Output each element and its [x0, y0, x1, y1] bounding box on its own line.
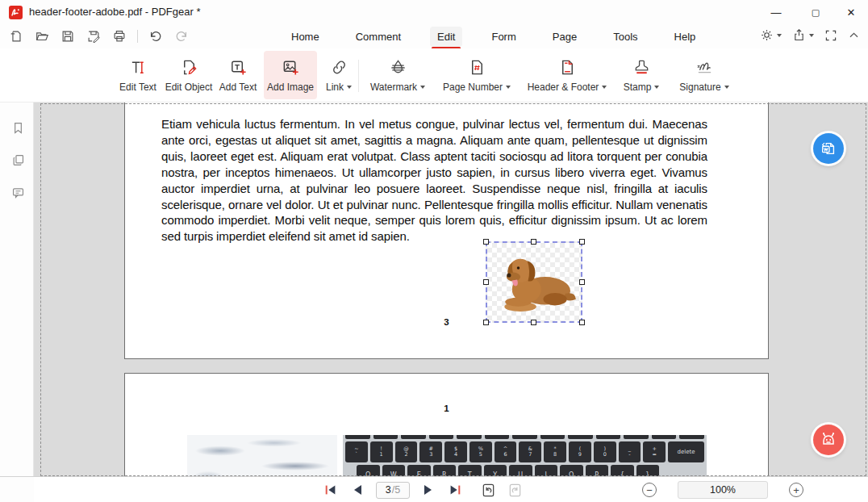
edit-ribbon: Edit Text Edit Object Add Text Add Image	[0, 48, 868, 102]
print-button[interactable]	[110, 27, 129, 46]
watermark-tool[interactable]: Watermark	[365, 51, 431, 99]
save-button[interactable]	[58, 27, 77, 46]
chevron-down-icon	[602, 86, 607, 89]
chevron-down-icon	[724, 86, 729, 89]
keyboard-key: *8	[544, 441, 566, 462]
selection-handle[interactable]	[579, 239, 585, 245]
page-thumbnails-panel-button[interactable]	[10, 152, 26, 168]
redo-button[interactable]	[172, 27, 191, 46]
selection-handle[interactable]	[483, 279, 489, 285]
selection-handle[interactable]	[483, 320, 489, 325]
previous-view-button[interactable]	[480, 482, 496, 498]
add-image-tool[interactable]: Add Image	[264, 51, 317, 99]
zoom-out-button[interactable]: −	[642, 483, 657, 497]
keyboard-key: +=	[643, 441, 666, 462]
pdf-page-3[interactable]: Etiam vehicula luctus fermentum. In vel …	[124, 102, 769, 359]
copilot-robot-fab[interactable]	[813, 425, 844, 455]
keyboard-function-key	[568, 435, 593, 439]
keyboard-function-key	[429, 435, 454, 439]
bookmarks-panel-button[interactable]	[10, 119, 26, 136]
current-page: 3	[386, 484, 391, 496]
selected-image-object[interactable]	[483, 239, 585, 325]
save-as-button[interactable]	[84, 27, 103, 46]
selection-handle[interactable]	[531, 320, 536, 325]
keyboard-function-row	[345, 435, 704, 439]
keyboard-key: ^6	[495, 441, 517, 462]
keyboard-key: ~`	[345, 441, 368, 462]
keyboard-function-key	[679, 435, 704, 439]
previous-page-button[interactable]	[349, 482, 365, 498]
zoom-in-button[interactable]: +	[789, 483, 803, 497]
tab-form[interactable]: Form	[484, 27, 523, 47]
keyboard-key: U	[509, 465, 532, 476]
minimize-button[interactable]: —	[759, 0, 793, 24]
share-button[interactable]	[791, 27, 816, 44]
selection-handle[interactable]	[579, 279, 585, 285]
keyboard-function-key	[540, 435, 565, 439]
stamp-tool[interactable]: Stamp	[616, 51, 666, 99]
document-canvas[interactable]: Etiam vehicula luctus fermentum. In vel …	[34, 102, 868, 476]
edit-text-tool[interactable]: Edit Text	[111, 51, 165, 99]
convert-to-word-fab[interactable]	[813, 133, 844, 164]
page-number-input[interactable]: 3 /5	[376, 482, 410, 499]
page3-footer-number: 3	[125, 317, 768, 327]
page3-paragraph: Etiam vehicula luctus fermentum. In vel …	[161, 116, 707, 245]
fullscreen-button[interactable]	[823, 27, 839, 44]
tab-page[interactable]: Page	[545, 27, 584, 47]
next-view-button[interactable]	[507, 482, 523, 498]
page-navigation: 3 /5	[323, 477, 523, 502]
keyboard-function-key	[345, 435, 370, 439]
close-button[interactable]: ✕	[834, 0, 868, 24]
keyboard-key: _-	[619, 441, 641, 462]
tab-edit[interactable]: Edit	[430, 27, 462, 47]
add-text-tool[interactable]: Add Text	[213, 51, 263, 99]
pdfgear-window: header-footer-adobe.pdf - PDFgear * — ▢ …	[0, 0, 868, 502]
chevron-down-icon	[654, 86, 659, 89]
marble-image	[187, 435, 337, 476]
first-page-button[interactable]	[323, 482, 339, 498]
pdf-page-4[interactable]: 1 ~`!1@2#3$4%5^6&7*8(9)0_-+=delete QWERT…	[124, 373, 769, 476]
chevron-down-icon	[347, 86, 352, 89]
keyboard-key: @2	[395, 441, 418, 462]
keyboard-key: O	[560, 465, 583, 476]
tab-home[interactable]: Home	[284, 27, 327, 47]
keyboard-function-key	[596, 435, 621, 439]
selection-dashed-border	[486, 241, 582, 323]
status-bar: 3 /5 − 100% +	[34, 476, 868, 502]
keyboard-function-key	[652, 435, 677, 439]
keyboard-function-key	[457, 435, 482, 439]
collapse-ribbon-button[interactable]	[846, 27, 862, 43]
theme-button[interactable]	[758, 27, 783, 44]
selection-handle[interactable]	[531, 239, 536, 245]
keyboard-key: {	[611, 465, 634, 476]
edit-object-tool[interactable]: Edit Object	[160, 51, 218, 99]
selection-handle[interactable]	[579, 320, 585, 325]
keyboard-row2: QWERTYUIOP{}	[357, 465, 704, 476]
zoom-controls: − 100% +	[642, 477, 803, 502]
zoom-level-input[interactable]: 100%	[678, 481, 768, 499]
next-page-button[interactable]	[420, 482, 436, 498]
ribbon-separator	[358, 60, 359, 92]
link-icon	[330, 57, 348, 77]
tab-help[interactable]: Help	[667, 27, 703, 47]
maximize-button[interactable]: ▢	[799, 0, 833, 24]
dog-image	[494, 248, 578, 317]
new-file-button[interactable]	[6, 27, 26, 46]
keyboard-key: (9	[569, 441, 591, 462]
undo-button[interactable]	[146, 27, 165, 46]
total-pages: /5	[392, 484, 400, 496]
signature-tool[interactable]: Signature	[670, 51, 738, 99]
link-tool[interactable]: Link	[319, 51, 359, 99]
zoom-value: 100%	[710, 484, 736, 496]
page-number-tool[interactable]: Page Number	[438, 51, 515, 99]
header-footer-tool[interactable]: Header & Footer	[523, 51, 611, 99]
tab-comment[interactable]: Comment	[348, 27, 408, 47]
last-page-button[interactable]	[447, 482, 463, 498]
tab-tools[interactable]: Tools	[606, 27, 645, 47]
open-file-button[interactable]	[32, 27, 52, 46]
keyboard-key: E	[407, 465, 431, 476]
keyboard-function-key	[485, 435, 510, 439]
comments-panel-button[interactable]	[10, 184, 26, 200]
selection-handle[interactable]	[483, 239, 489, 245]
keyboard-function-key	[401, 435, 426, 439]
